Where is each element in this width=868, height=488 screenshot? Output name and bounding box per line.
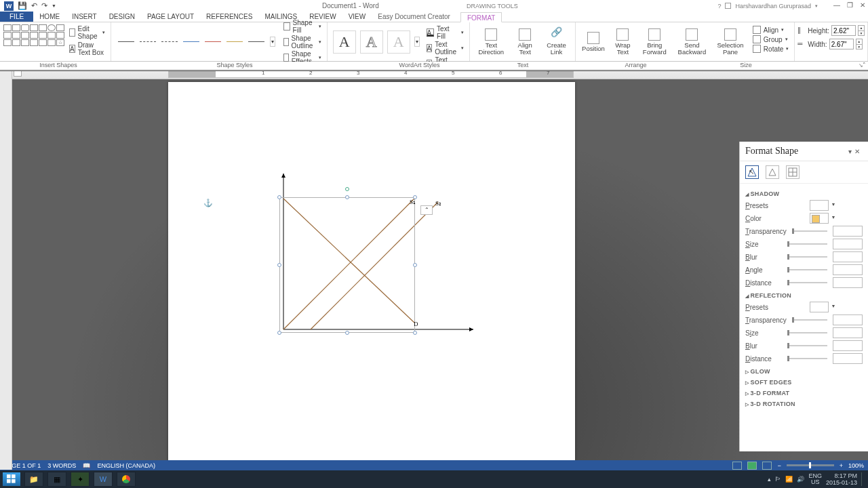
height-spinner[interactable]: ▲▼ <box>858 25 865 36</box>
create-link-button[interactable]: 🔗Create Link <box>540 24 572 60</box>
bring-forward-button[interactable]: Bring Forward <box>637 24 672 60</box>
tab-home[interactable]: HOME <box>33 12 66 22</box>
fullscreen-icon[interactable] <box>725 3 731 9</box>
handle-n[interactable] <box>345 195 349 199</box>
reflection-transparency-input[interactable] <box>833 314 863 325</box>
handle-s[interactable] <box>345 331 349 335</box>
language-indicator[interactable]: ENGLISH (CANADA) <box>97 462 155 469</box>
qat-customize-icon[interactable]: ▼ <box>52 3 56 8</box>
dialog-launcher-icon[interactable]: ↘ <box>857 62 864 69</box>
effects-tab-icon[interactable] <box>766 165 779 179</box>
undo-icon[interactable]: ↶ <box>31 1 37 10</box>
taskbar-chrome[interactable] <box>117 472 136 487</box>
tray-region[interactable]: US <box>808 479 822 485</box>
reflection-distance-input[interactable] <box>833 353 863 364</box>
shadow-blur-slider[interactable] <box>787 256 827 258</box>
shadow-angle-slider[interactable] <box>787 269 827 270</box>
tray-volume-icon[interactable]: 🔊 <box>797 476 804 483</box>
user-name[interactable]: Harshavardhan Guruprasad <box>735 3 811 9</box>
proofing-icon[interactable]: 📖 <box>83 462 90 469</box>
shadow-distance-input[interactable] <box>833 277 863 288</box>
section-reflection[interactable]: REFLECTION <box>745 292 863 299</box>
selection-pane-button[interactable]: Selection Pane <box>712 24 749 60</box>
section-soft-edges[interactable]: SOFT EDGES <box>745 379 863 386</box>
handle-sw[interactable] <box>277 331 281 335</box>
text-fill-button[interactable]: AText Fill▾ <box>427 25 465 40</box>
tab-design[interactable]: DESIGN <box>103 12 141 22</box>
horizontal-ruler[interactable]: 1 2 3 4 5 6 7 <box>168 71 574 78</box>
close-icon[interactable]: ✕ <box>860 1 865 9</box>
taskbar-explorer[interactable]: 📁 <box>24 472 43 487</box>
tray-date[interactable]: 2015-01-13 <box>826 479 857 486</box>
tab-insert[interactable]: INSERT <box>66 12 103 22</box>
gallery-more-icon[interactable]: ▾ <box>414 37 420 47</box>
wordart-gallery[interactable]: AAA ▾ <box>330 24 422 60</box>
pane-options-icon[interactable]: ▾ <box>848 148 854 155</box>
text-outline-button[interactable]: AText Outline▾ <box>427 41 465 56</box>
rotate-button[interactable]: Rotate▾ <box>753 44 789 54</box>
send-backward-button[interactable]: Send Backward <box>673 24 711 60</box>
handle-e[interactable] <box>413 263 417 267</box>
page[interactable]: ⚓ <box>168 82 575 462</box>
zoom-level[interactable]: 100% <box>848 462 864 469</box>
reflection-presets-picker[interactable] <box>810 302 829 312</box>
shape-outline-button[interactable]: Shape Outline▾ <box>283 35 321 49</box>
pane-close-icon[interactable]: ✕ <box>854 148 863 155</box>
tray-expand-icon[interactable]: ▴ <box>768 476 771 483</box>
section-3d-rotation[interactable]: 3-D ROTATION <box>745 401 863 407</box>
tab-page-layout[interactable]: PAGE LAYOUT <box>141 12 200 22</box>
fill-line-tab-icon[interactable]: ↖ <box>745 165 759 179</box>
wrap-text-button[interactable]: Wrap Text <box>610 24 636 60</box>
shadow-blur-input[interactable] <box>833 251 863 262</box>
shadow-transparency-input[interactable] <box>833 226 863 237</box>
rotate-handle[interactable] <box>345 187 349 191</box>
reflection-size-input[interactable] <box>833 327 863 338</box>
shadow-color-picker[interactable] <box>810 213 829 224</box>
width-input[interactable] <box>829 39 854 49</box>
zoom-in-icon[interactable]: + <box>840 462 843 469</box>
shape-gallery[interactable]: ☆ <box>3 24 65 60</box>
tab-easy-document-creator[interactable]: Easy Document Creator <box>372 12 456 22</box>
shadow-distance-slider[interactable] <box>787 282 827 283</box>
reflection-transparency-slider[interactable] <box>792 319 827 321</box>
align-text-button[interactable]: Align Text <box>511 24 538 60</box>
shape-fill-button[interactable]: Shape Fill▾ <box>283 19 321 34</box>
handle-w[interactable] <box>277 263 281 267</box>
minimize-icon[interactable]: — <box>833 1 840 9</box>
position-button[interactable]: Position <box>578 24 608 60</box>
shadow-size-slider[interactable] <box>787 243 827 245</box>
section-glow[interactable]: GLOW <box>745 368 863 375</box>
shadow-size-input[interactable] <box>833 239 863 249</box>
tray-time[interactable]: 8:17 PM <box>826 472 857 479</box>
read-mode-icon[interactable] <box>732 462 742 470</box>
tab-format[interactable]: FORMAT <box>460 12 502 22</box>
reflection-distance-slider[interactable] <box>787 358 827 359</box>
edit-shape-button[interactable]: Edit Shape▾ <box>69 25 105 40</box>
taskbar-word[interactable]: W <box>94 472 113 487</box>
shape-style-gallery[interactable]: ▾ <box>114 33 279 51</box>
handle-se[interactable] <box>413 331 417 335</box>
show-desktop[interactable] <box>861 472 865 486</box>
reflection-blur-slider[interactable] <box>787 345 827 346</box>
web-layout-icon[interactable] <box>762 462 772 470</box>
tray-action-center-icon[interactable]: 🏳 <box>775 476 781 483</box>
reflection-blur-input[interactable] <box>833 340 863 351</box>
redo-icon[interactable]: ↷ <box>41 1 47 10</box>
ruler-corner[interactable] <box>14 71 22 77</box>
word-count[interactable]: 3 WORDS <box>47 462 76 469</box>
zoom-slider[interactable] <box>787 464 834 466</box>
height-input[interactable] <box>831 25 856 36</box>
align-button[interactable]: Align▾ <box>753 25 789 35</box>
sync-icon[interactable]: ? <box>717 3 721 9</box>
gallery-more-icon[interactable]: ▾ <box>270 37 275 47</box>
save-icon[interactable]: 💾 <box>18 1 27 10</box>
handle-nw[interactable] <box>277 195 281 199</box>
draw-text-box-button[interactable]: ADraw Text Box <box>69 41 105 56</box>
text-direction-button[interactable]: Text Direction <box>473 24 509 60</box>
print-layout-icon[interactable] <box>747 462 757 470</box>
tab-view[interactable]: VIEW <box>342 12 372 22</box>
start-button[interactable] <box>3 472 20 486</box>
section-3d-format[interactable]: 3-D FORMAT <box>745 390 863 396</box>
tab-file[interactable]: FILE <box>0 12 33 22</box>
tray-network-icon[interactable]: 📶 <box>785 476 793 483</box>
